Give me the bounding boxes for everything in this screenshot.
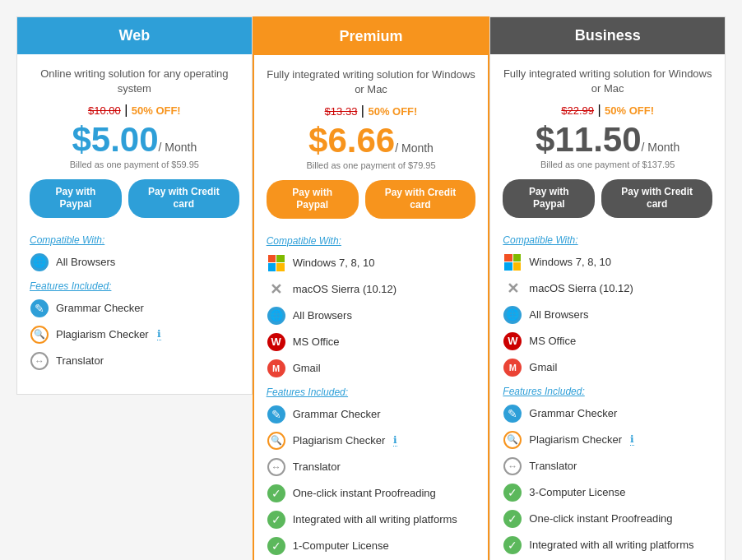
original-price: $13.33 <box>325 105 358 118</box>
checkmark-icon: ✓ <box>267 511 285 529</box>
feature-text: Plagiarism Checker <box>56 328 149 340</box>
compatible-item: 🌐All Browsers <box>267 306 476 326</box>
compatible-item: ✕macOS Sierra (10.12) <box>503 279 712 299</box>
discount-label: 50% OFF! <box>132 104 181 117</box>
compatible-text: Windows 7, 8, 10 <box>293 257 375 269</box>
feature-item: 🔍Plagiarism Checkerℹ <box>267 431 476 451</box>
price-main: $6.66/ Month <box>267 122 476 160</box>
compatible-item: 🌐All Browsers <box>503 305 712 325</box>
features-included-label: Features Included: <box>30 280 239 292</box>
feature-text: Plagiarism Checker <box>293 434 386 447</box>
feature-item: ↔Translator <box>30 351 239 371</box>
plan-header-web: Web <box>17 17 252 54</box>
plan-body-business: Fully integrated writing solution for Wi… <box>490 54 725 560</box>
billed-text: Billed as one payment of $137.95 <box>503 160 712 169</box>
plan-card-web: WebOnline writing solution for any opera… <box>16 16 253 395</box>
info-icon[interactable]: ℹ <box>393 434 397 447</box>
price-period: / Month <box>395 141 434 155</box>
globe-icon: 🌐 <box>267 307 285 325</box>
plagiarism-checker-icon: 🔍 <box>30 326 49 344</box>
compatible-text: All Browsers <box>56 256 115 268</box>
compatible-text: Windows 7, 8, 10 <box>529 256 611 268</box>
gmail-icon: M <box>267 359 285 377</box>
feature-item: ✓One-click instant Proofreading <box>503 509 712 529</box>
compatible-item: WMS Office <box>503 331 712 351</box>
feature-item: ✓Integrated with all writing platforms <box>503 535 712 555</box>
compatible-item: Windows 7, 8, 10 <box>503 252 712 272</box>
feature-item: ✎Grammar Checker <box>30 299 239 318</box>
feature-text: 1-Computer License <box>293 539 389 552</box>
feature-item: 🔍Plagiarism Checkerℹ <box>503 430 712 450</box>
grammar-checker-icon: ✎ <box>267 405 285 423</box>
feature-text: 3-Computer License <box>529 486 625 498</box>
credit-card-button-premium[interactable]: Pay with Credit card <box>365 180 476 219</box>
feature-text: Plagiarism Checker <box>529 433 622 446</box>
plagiarism-checker-icon: 🔍 <box>503 431 522 449</box>
compatible-text: Gmail <box>293 362 321 374</box>
feature-text: Integrated with all writing platforms <box>529 539 693 551</box>
paypal-button-premium[interactable]: Pay with Paypal <box>267 180 359 219</box>
original-price: $22.99 <box>561 104 594 117</box>
feature-item: ✓One-click instant Proofreading <box>267 484 476 503</box>
grammar-checker-icon: ✎ <box>503 405 522 423</box>
feature-item: 🔍Plagiarism Checkerℹ <box>30 325 239 345</box>
pricing-container: WebOnline writing solution for any opera… <box>16 16 726 560</box>
plan-body-premium: Fully integrated writing solution for Wi… <box>254 55 489 560</box>
price-main: $11.50/ Month <box>503 121 712 159</box>
globe-icon: 🌐 <box>503 306 522 324</box>
price-period: / Month <box>159 141 197 154</box>
compatible-item: Windows 7, 8, 10 <box>267 253 476 273</box>
feature-text: Grammar Checker <box>529 407 617 419</box>
plan-card-premium: PremiumFully integrated writing solution… <box>253 16 490 560</box>
plagiarism-checker-icon: 🔍 <box>267 432 285 450</box>
translator-icon: ↔ <box>267 458 285 476</box>
info-icon[interactable]: ℹ <box>157 328 161 340</box>
feature-text: Translator <box>293 460 341 473</box>
paypal-button-business[interactable]: Pay with Paypal <box>503 179 595 218</box>
translator-icon: ↔ <box>503 457 522 475</box>
paypal-button-web[interactable]: Pay with Paypal <box>30 179 122 218</box>
feature-text: Translator <box>56 354 104 367</box>
features-included-label: Features Included: <box>503 386 712 397</box>
feature-item: ↔Translator <box>267 457 476 477</box>
info-icon[interactable]: ℹ <box>630 433 634 446</box>
credit-card-button-business[interactable]: Pay with Credit card <box>601 179 712 218</box>
feature-item: ✓1-Computer License <box>267 536 476 556</box>
compatible-item: MGmail <box>267 359 476 378</box>
compatible-label: Compatible With: <box>267 235 476 247</box>
credit-card-button-web[interactable]: Pay with Credit card <box>128 179 239 218</box>
ms-office-icon: W <box>503 332 522 350</box>
compatible-text: All Browsers <box>529 308 588 321</box>
compatible-text: Gmail <box>529 361 557 373</box>
billed-text: Billed as one payment of $79.95 <box>267 160 476 170</box>
price-main: $5.00/ Month <box>30 121 239 159</box>
discount-label: 50% OFF! <box>368 105 417 118</box>
feature-text: Grammar Checker <box>56 302 144 314</box>
feature-text: Integrated with all writing platforms <box>293 513 457 525</box>
feature-item: ↔Translator <box>503 456 712 476</box>
plan-header-business: Business <box>490 17 725 54</box>
compatible-text: MS Office <box>293 336 340 348</box>
feature-item: ✓Integrated with all writing platforms <box>267 510 476 530</box>
feature-text: One-click instant Proofreading <box>529 512 672 525</box>
billed-text: Billed as one payment of $59.95 <box>30 160 239 169</box>
macos-icon: ✕ <box>270 280 282 299</box>
compatible-text: macOS Sierra (10.12) <box>293 283 397 295</box>
feature-item: ✓3-Computer License <box>503 483 712 502</box>
checkmark-icon: ✓ <box>267 484 285 502</box>
compatible-text: All Browsers <box>293 309 352 322</box>
compatible-text: macOS Sierra (10.12) <box>529 282 633 294</box>
feature-text: One-click instant Proofreading <box>293 487 436 499</box>
compatible-item: WMS Office <box>267 332 476 352</box>
translator-icon: ↔ <box>30 352 49 370</box>
checkmark-icon: ✓ <box>503 484 522 502</box>
macos-icon: ✕ <box>507 280 519 298</box>
features-included-label: Features Included: <box>267 386 476 398</box>
checkmark-icon: ✓ <box>503 510 522 528</box>
globe-icon: 🌐 <box>30 253 49 271</box>
feature-text: Grammar Checker <box>293 408 381 420</box>
discount-label: 50% OFF! <box>605 104 654 117</box>
feature-item: ✎Grammar Checker <box>503 404 712 423</box>
plan-body-web: Online writing solution for any operatin… <box>17 54 252 394</box>
ms-office-icon: W <box>267 333 285 351</box>
